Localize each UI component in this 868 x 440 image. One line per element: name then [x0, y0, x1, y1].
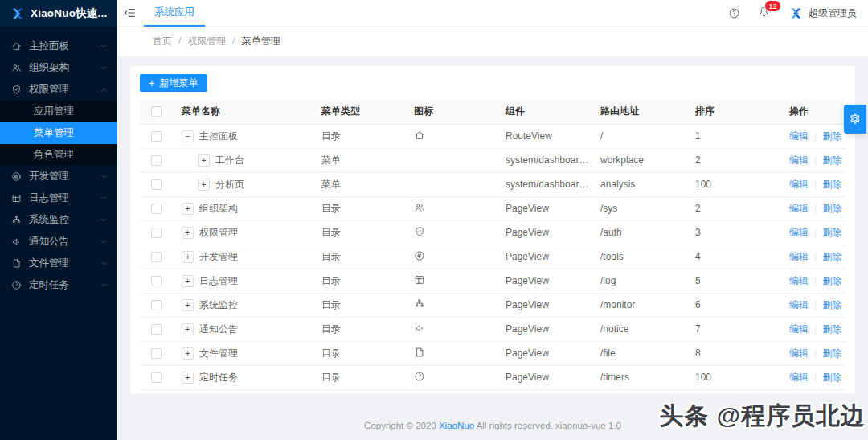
notification-bell[interactable]: 12: [758, 6, 770, 20]
edit-link[interactable]: 编辑: [789, 251, 809, 262]
row-checkbox[interactable]: [151, 204, 162, 214]
edit-link[interactable]: 编辑: [789, 130, 809, 142]
delete-link[interactable]: 删除: [822, 372, 841, 383]
menu-type-cell: 目录: [312, 317, 404, 341]
sidebar-item-1[interactable]: 组织架构: [0, 57, 117, 79]
delete-link[interactable]: 删除: [822, 299, 841, 310]
edit-link[interactable]: 编辑: [789, 154, 809, 166]
sort-cell: 100: [686, 365, 780, 389]
delete-link[interactable]: 删除: [822, 130, 841, 142]
component-cell: system/dashboard/Analysis: [496, 172, 591, 196]
dashboard-icon: [414, 371, 425, 382]
route-cell: /: [591, 124, 686, 148]
table-row: +日志管理目录PageView/log5编辑|删除: [140, 269, 845, 293]
expand-row-icon[interactable]: +: [198, 179, 210, 191]
row-checkbox[interactable]: [151, 348, 162, 359]
sidebar-submenu: 应用管理菜单管理角色管理: [0, 101, 117, 166]
delete-link[interactable]: 删除: [822, 154, 841, 166]
home-icon: [414, 130, 425, 141]
row-checkbox[interactable]: [151, 228, 162, 238]
table-header-row: 菜单名称 菜单类型 图标 组件 路由地址 排序 操作: [140, 99, 845, 124]
expand-row-icon[interactable]: +: [182, 372, 194, 384]
sidebar-subitem-2-2[interactable]: 角色管理: [0, 144, 117, 166]
delete-link[interactable]: 删除: [822, 323, 841, 335]
select-all-checkbox[interactable]: [151, 106, 162, 117]
menu-fold-icon[interactable]: [124, 6, 137, 19]
app-root: XiaoNuo快速... 主控面板组织架构权限管理应用管理菜单管理角色管理开发管…: [0, 0, 868, 440]
cluster-icon: [414, 298, 425, 310]
expand-row-icon[interactable]: +: [198, 154, 210, 167]
add-menu-button[interactable]: + 新增菜单: [140, 74, 207, 92]
menu-type-cell: 目录: [312, 365, 404, 389]
route-cell: workplace: [591, 148, 686, 172]
delete-link[interactable]: 删除: [822, 275, 841, 286]
row-checkbox[interactable]: [151, 276, 162, 286]
sidebar-subitem-2-0[interactable]: 应用管理: [0, 101, 117, 122]
edit-link[interactable]: 编辑: [789, 347, 809, 359]
row-checkbox[interactable]: [151, 300, 162, 310]
sidebar-item-6[interactable]: 通知公告: [0, 231, 117, 253]
expand-row-icon[interactable]: +: [182, 347, 194, 360]
sidebar: XiaoNuo快速... 主控面板组织架构权限管理应用管理菜单管理角色管理开发管…: [0, 0, 117, 440]
action-divider: |: [814, 372, 817, 383]
component-cell: PageView: [496, 317, 591, 341]
expand-row-icon[interactable]: +: [182, 251, 194, 263]
settings-gear-button[interactable]: [844, 105, 866, 134]
sidebar-item-2[interactable]: 权限管理: [0, 79, 117, 101]
sidebar-item-8[interactable]: 定时任务: [0, 274, 117, 296]
xiaonuo-logo-icon: [10, 6, 25, 21]
collapse-row-icon[interactable]: −: [182, 130, 194, 142]
component-cell: RouteView: [496, 124, 591, 148]
expand-row-icon[interactable]: +: [182, 227, 194, 239]
action-divider: |: [814, 275, 817, 286]
username[interactable]: 超级管理员: [809, 6, 857, 20]
edit-link[interactable]: 编辑: [789, 275, 809, 286]
row-checkbox[interactable]: [151, 179, 162, 190]
action-divider: |: [814, 154, 817, 166]
component-cell: system/dashboard/Workp...: [496, 148, 591, 172]
row-checkbox[interactable]: [151, 252, 162, 262]
sidebar-item-3[interactable]: 开发管理: [0, 166, 117, 187]
team-icon: [414, 202, 425, 213]
component-cell: PageView: [496, 269, 591, 293]
breadcrumb-separator: /: [232, 35, 235, 47]
column-header-component: 组件: [496, 99, 591, 124]
team-icon: [11, 63, 22, 73]
delete-link[interactable]: 删除: [822, 347, 841, 359]
breadcrumb-item-1[interactable]: 权限管理: [187, 35, 226, 48]
row-checkbox[interactable]: [151, 155, 162, 166]
breadcrumb-item-0[interactable]: 首页: [153, 35, 172, 48]
table-row: +开发管理目录PageView/tools4编辑|删除: [140, 245, 845, 269]
sidebar-item-0[interactable]: 主控面板: [0, 35, 117, 57]
edit-link[interactable]: 编辑: [789, 203, 809, 214]
edit-link[interactable]: 编辑: [789, 323, 809, 335]
column-header-name: 菜单名称: [172, 99, 312, 124]
edit-link[interactable]: 编辑: [789, 227, 809, 238]
row-checkbox[interactable]: [151, 324, 162, 335]
delete-link[interactable]: 删除: [822, 227, 841, 238]
delete-link[interactable]: 删除: [822, 251, 841, 262]
route-cell: /timers: [591, 365, 686, 389]
edit-link[interactable]: 编辑: [789, 179, 809, 190]
sidebar-item-4[interactable]: 日志管理: [0, 187, 117, 209]
row-checkbox[interactable]: [151, 131, 162, 142]
edit-link[interactable]: 编辑: [789, 299, 809, 310]
question-circle-icon[interactable]: [728, 7, 740, 19]
expand-row-icon[interactable]: +: [182, 203, 194, 215]
expand-row-icon[interactable]: +: [182, 299, 194, 311]
sidebar-item-7[interactable]: 文件管理: [0, 253, 117, 274]
safety-icon: [414, 226, 425, 237]
menu-name-cell: 文件管理: [199, 347, 238, 360]
delete-link[interactable]: 删除: [822, 203, 841, 214]
sidebar-subitem-2-1[interactable]: 菜单管理: [0, 122, 117, 144]
row-checkbox[interactable]: [151, 372, 162, 383]
logo[interactable]: XiaoNuo快速...: [0, 0, 117, 27]
tab-system-app[interactable]: 系统应用: [144, 0, 205, 27]
sidebar-item-5[interactable]: 系统监控: [0, 209, 117, 231]
edit-link[interactable]: 编辑: [789, 372, 809, 383]
avatar[interactable]: [789, 6, 803, 20]
expand-row-icon[interactable]: +: [182, 323, 194, 335]
footer-brand-link[interactable]: XiaoNuo: [439, 421, 474, 430]
delete-link[interactable]: 删除: [822, 179, 841, 190]
expand-row-icon[interactable]: +: [182, 275, 194, 287]
